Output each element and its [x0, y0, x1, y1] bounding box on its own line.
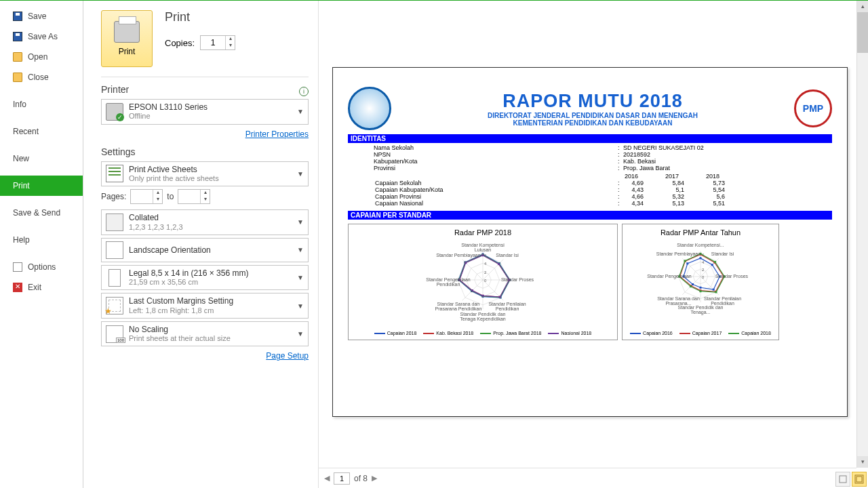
copies-spinner[interactable]: ▴▾	[200, 35, 235, 50]
logo-kemdikbud-icon	[348, 87, 391, 130]
svg-rect-86	[714, 261, 716, 263]
sidebar-print[interactable]: Print	[0, 176, 83, 196]
chevron-down-icon: ▼	[297, 218, 304, 226]
sidebar-options[interactable]: Options	[0, 257, 83, 277]
sidebar-new[interactable]: New	[0, 148, 83, 169]
svg-rect-93	[840, 476, 846, 483]
printer-status-icon	[106, 103, 123, 121]
sidebar-exit[interactable]: ✕Exit	[0, 277, 83, 298]
pages-to-spinner[interactable]: ▴▾	[178, 189, 210, 204]
margins-dropdown[interactable]: ★ Last Custom Margins SettingLeft: 1,8 c…	[101, 293, 309, 319]
folder-open-icon	[13, 52, 22, 62]
svg-text:2: 2	[484, 270, 487, 274]
svg-text:4: 4	[484, 262, 487, 266]
chart-radar-antar-tahun: Radar PMP Antar Tahun 0246Standar Kompet…	[622, 224, 779, 340]
identitas-bar: IDENTITAS	[348, 134, 832, 143]
sidebar-save-as[interactable]: Save As	[0, 26, 83, 47]
svg-rect-95	[856, 476, 862, 482]
preview-page: RAPOR MUTU 2018 DIREKTORAT JENDERAL PEND…	[332, 67, 848, 417]
backstage-sidebar: Save Save As Open Close Info Recent New …	[0, 1, 83, 488]
preview-page-nav: ◀ of 8 ▶	[319, 468, 856, 488]
pages-to-label: to	[167, 192, 174, 201]
chevron-down-icon: ▼	[297, 330, 304, 338]
doc-subtitle-2: KEMENTERIAN PENDIDIKAN DAN KEBUDAYAAN	[405, 119, 781, 127]
svg-rect-48	[471, 289, 473, 291]
sidebar-save[interactable]: Save	[0, 6, 83, 26]
zoom-to-page-button[interactable]	[852, 472, 867, 487]
scroll-down-button[interactable]: ▾	[857, 456, 868, 468]
page-setup-link[interactable]: Page Setup	[266, 351, 309, 361]
chevron-down-icon: ▼	[297, 108, 304, 115]
landscape-icon	[106, 241, 123, 259]
print-button[interactable]: Print	[101, 10, 153, 67]
scroll-thumb[interactable]	[857, 12, 868, 53]
sidebar-save-send[interactable]: Save & Send	[0, 203, 83, 223]
sidebar-info[interactable]: Info	[0, 94, 83, 115]
save-as-icon	[13, 32, 22, 41]
chevron-down-icon: ▼	[297, 274, 304, 281]
prev-page-button[interactable]: ◀	[324, 474, 330, 483]
sidebar-recent[interactable]: Recent	[0, 121, 83, 142]
collate-dropdown[interactable]: Collated1,2,3 1,2,3 1,2,3 ▼	[101, 209, 309, 235]
collate-icon	[106, 214, 123, 231]
logo-pmp-icon: PMP	[794, 89, 832, 127]
pages-to-input[interactable]	[178, 192, 200, 201]
page-of-label: of 8	[354, 474, 368, 483]
save-icon	[13, 12, 22, 21]
svg-rect-50	[465, 262, 467, 264]
paper-size-dropdown[interactable]: Legal 8,5 x 14 in (216 × 356 mm)21,59 cm…	[101, 265, 309, 291]
copies-input[interactable]	[201, 38, 225, 47]
chart-radar-2018: Radar PMP 2018 0246Standar Kompetensi Lu…	[348, 224, 618, 340]
pages-from-input[interactable]	[131, 192, 153, 201]
print-preview: ▴ ▾ RAPOR MUTU 2018 DIREKTORAT JENDERAL …	[318, 1, 868, 488]
page-number-input[interactable]	[334, 472, 350, 485]
printer-info-icon[interactable]: i	[299, 87, 309, 96]
sheets-icon	[106, 165, 123, 182]
show-margins-button[interactable]	[835, 472, 850, 487]
printer-dropdown[interactable]: EPSON L3110 Series Offline ▼	[101, 99, 309, 125]
svg-rect-88	[715, 291, 717, 293]
print-what-dropdown[interactable]: Print Active SheetsOnly print the active…	[101, 161, 309, 187]
next-page-button[interactable]: ▶	[372, 474, 377, 483]
printer-icon	[114, 21, 140, 43]
svg-rect-90	[690, 285, 692, 287]
sidebar-close[interactable]: Close	[0, 67, 83, 87]
svg-rect-89	[700, 290, 702, 292]
svg-text:4: 4	[702, 260, 705, 264]
print-title: Print	[165, 10, 235, 24]
svg-rect-92	[684, 260, 686, 262]
printer-properties-link[interactable]: Printer Properties	[245, 129, 309, 139]
printer-section-title: Printer	[101, 84, 129, 95]
orientation-dropdown[interactable]: Landscape Orientation ▼	[101, 238, 309, 262]
chevron-down-icon: ▼	[297, 302, 304, 310]
print-settings-panel: Print Print Copies: ▴▾ Printer i EPSO	[83, 1, 318, 488]
pages-label: Pages:	[101, 192, 126, 201]
chevron-down-icon: ▼	[297, 246, 304, 253]
sidebar-open[interactable]: Open	[0, 47, 83, 67]
doc-subtitle-1: DIREKTORAT JENDERAL PENDIDIKAN DASAR DAN…	[405, 112, 781, 119]
svg-text:2: 2	[702, 268, 705, 272]
scaling-dropdown[interactable]: No ScalingPrint sheets at their actual s…	[101, 321, 309, 347]
chevron-down-icon: ▼	[297, 170, 304, 178]
scroll-up-button[interactable]: ▴	[857, 1, 868, 12]
svg-rect-67	[700, 257, 702, 259]
vertical-scrollbar[interactable]: ▴ ▾	[856, 1, 868, 468]
margins-icon: ★	[106, 297, 123, 314]
copies-label: Copies:	[165, 38, 195, 48]
svg-rect-70	[713, 289, 715, 291]
svg-rect-71	[700, 287, 702, 289]
svg-rect-74	[686, 262, 688, 264]
svg-rect-46	[499, 296, 501, 298]
pages-from-spinner[interactable]: ▴▾	[130, 189, 163, 204]
svg-rect-44	[498, 263, 500, 265]
copies-down[interactable]: ▾	[225, 43, 235, 49]
settings-section-title: Settings	[101, 146, 309, 157]
svg-rect-68	[711, 264, 713, 266]
svg-rect-47	[482, 295, 484, 297]
capaian-bar: CAPAIAN PER STANDAR	[348, 211, 832, 220]
paper-icon	[108, 269, 121, 287]
folder-close-icon	[13, 73, 22, 82]
doc-title: RAPOR MUTU 2018	[405, 91, 781, 112]
sidebar-help[interactable]: Help	[0, 230, 83, 250]
exit-icon: ✕	[13, 283, 22, 292]
